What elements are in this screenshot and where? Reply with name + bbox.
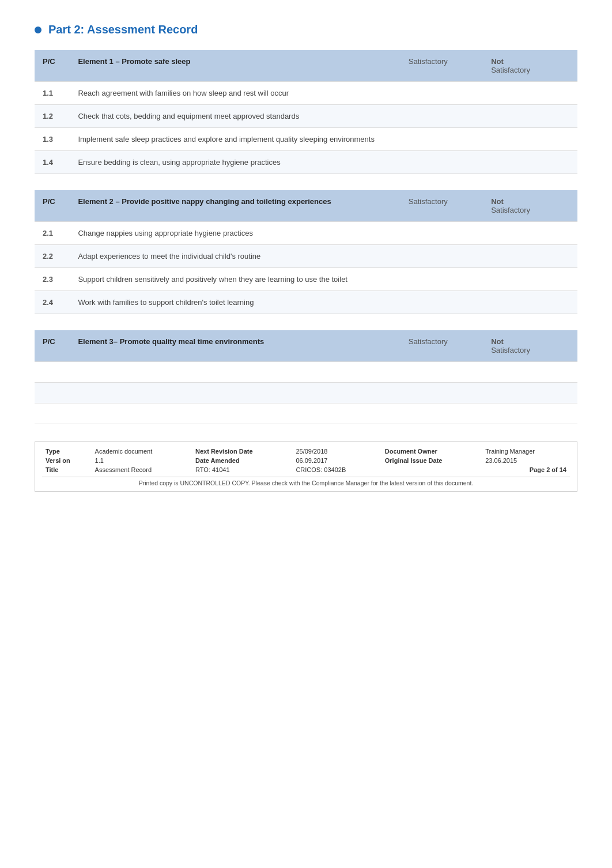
row-satisfactory: [401, 82, 483, 105]
row-pc: 2.1: [35, 222, 70, 245]
element1-header-not-satisfactory: Not Satisfactory: [483, 50, 577, 82]
row-satisfactory: [401, 222, 483, 245]
footer-rto: RTO: 41041: [192, 465, 292, 474]
row-satisfactory: [401, 128, 483, 151]
row-pc: 2.3: [35, 268, 70, 291]
footer-section: Type Academic document Next Revision Dat…: [35, 441, 577, 492]
row-not-satisfactory: [483, 82, 577, 105]
footer-cricos: CRICOS: 03402B: [292, 465, 381, 474]
row-satisfactory: [401, 151, 483, 174]
footer-row-2: Versi on 1.1 Date Amended 06.09.2017 Ori…: [42, 456, 570, 465]
row-desc: [70, 383, 400, 403]
row-desc: Support children sensitively and positiv…: [70, 268, 400, 291]
row-pc: [35, 383, 70, 403]
element1-header-satisfactory: Satisfactory: [401, 50, 483, 82]
row-not-satisfactory: [483, 128, 577, 151]
element2-header-pc: P/C: [35, 190, 70, 222]
table-row: 1.4 Ensure bedding is clean, using appro…: [35, 151, 577, 174]
row-satisfactory: [401, 105, 483, 128]
row-not-satisfactory: [483, 222, 577, 245]
row-satisfactory: [401, 383, 483, 403]
row-pc: 1.4: [35, 151, 70, 174]
element1-header-pc: P/C: [35, 50, 70, 82]
row-pc: 2.4: [35, 291, 70, 314]
footer-date-amended-value: 06.09.2017: [292, 456, 381, 465]
element2-header-desc: Element 2 – Provide positive nappy chang…: [70, 190, 400, 222]
element1-header-row: P/C Element 1 – Promote safe sleep Satis…: [35, 50, 577, 82]
footer-version-label: Versi on: [42, 456, 92, 465]
part-heading: Part 2: Assessment Record: [35, 23, 577, 36]
row-not-satisfactory: [483, 291, 577, 314]
row-desc: Reach agreement with families on how sle…: [70, 82, 400, 105]
element3-header-not-satisfactory: Not Satisfactory: [483, 330, 577, 362]
row-desc: Adapt experiences to meet the individual…: [70, 245, 400, 268]
footer-type-value: Academic document: [92, 447, 192, 456]
page-container: Part 2: Assessment Record P/C Element 1 …: [0, 0, 612, 503]
footer-page: Page 2 of 14: [381, 465, 570, 474]
element3-header-pc: P/C: [35, 330, 70, 362]
table-row: 2.2 Adapt experiences to meet the indivi…: [35, 245, 577, 268]
element2-header-row: P/C Element 2 – Provide positive nappy c…: [35, 190, 577, 222]
table-row: 2.3 Support children sensitively and pos…: [35, 268, 577, 291]
row-not-satisfactory: [483, 362, 577, 383]
row-desc: Change nappies using appropriate hygiene…: [70, 222, 400, 245]
row-not-satisfactory: [483, 245, 577, 268]
row-satisfactory: [401, 362, 483, 383]
row-desc: Work with families to support children's…: [70, 291, 400, 314]
table-row: 1.3 Implement safe sleep practices and e…: [35, 128, 577, 151]
row-not-satisfactory: [483, 383, 577, 403]
table-row: [35, 383, 577, 403]
footer-row-1: Type Academic document Next Revision Dat…: [42, 447, 570, 456]
footer-date-amended-label: Date Amended: [192, 456, 292, 465]
row-satisfactory: [401, 245, 483, 268]
table-row: [35, 362, 577, 383]
element3-header-satisfactory: Satisfactory: [401, 330, 483, 362]
row-pc: 1.2: [35, 105, 70, 128]
footer-doc-owner-label: Document Owner: [381, 447, 482, 456]
table-row: [35, 403, 577, 424]
element2-table: P/C Element 2 – Provide positive nappy c…: [35, 190, 577, 314]
row-satisfactory: [401, 291, 483, 314]
element3-header-desc: Element 3– Promote quality meal time env…: [70, 330, 400, 362]
footer-next-revision-label: Next Revision Date: [192, 447, 292, 456]
row-satisfactory: [401, 268, 483, 291]
part-title: Part 2: Assessment Record: [48, 23, 198, 36]
footer-next-revision-value: 25/09/2018: [292, 447, 381, 456]
footer-note: Printed copy is UNCONTROLLED COPY. Pleas…: [42, 480, 570, 486]
footer-type-label: Type: [42, 447, 92, 456]
row-not-satisfactory: [483, 268, 577, 291]
footer-title-value: Assessment Record: [92, 465, 192, 474]
footer-doc-owner-value: Training Manager: [482, 447, 570, 456]
footer-divider: [42, 477, 570, 477]
row-desc: [70, 362, 400, 383]
footer-original-issue-label: Original Issue Date: [381, 456, 482, 465]
table-row: 1.1 Reach agreement with families on how…: [35, 82, 577, 105]
row-not-satisfactory: [483, 151, 577, 174]
footer-title-label: Title: [42, 465, 92, 474]
row-not-satisfactory: [483, 105, 577, 128]
bullet-icon: [35, 27, 41, 33]
footer-table: Type Academic document Next Revision Dat…: [42, 447, 570, 474]
row-desc: Implement safe sleep practices and explo…: [70, 128, 400, 151]
footer-original-issue-value: 23.06.2015: [482, 456, 570, 465]
row-pc: [35, 403, 70, 424]
footer-row-3: Title Assessment Record RTO: 41041 CRICO…: [42, 465, 570, 474]
element2-header-not-satisfactory: Not Satisfactory: [483, 190, 577, 222]
row-desc: Ensure bedding is clean, using appropria…: [70, 151, 400, 174]
row-pc: 2.2: [35, 245, 70, 268]
row-pc: [35, 362, 70, 383]
footer-version-value: 1.1: [92, 456, 192, 465]
element1-header-desc: Element 1 – Promote safe sleep: [70, 50, 400, 82]
table-row: 2.4 Work with families to support childr…: [35, 291, 577, 314]
row-desc: [70, 403, 400, 424]
row-not-satisfactory: [483, 403, 577, 424]
row-pc: 1.1: [35, 82, 70, 105]
element3-header-row: P/C Element 3– Promote quality meal time…: [35, 330, 577, 362]
element1-table: P/C Element 1 – Promote safe sleep Satis…: [35, 50, 577, 174]
row-satisfactory: [401, 403, 483, 424]
table-row: 2.1 Change nappies using appropriate hyg…: [35, 222, 577, 245]
element2-header-satisfactory: Satisfactory: [401, 190, 483, 222]
row-desc: Check that cots, bedding and equipment m…: [70, 105, 400, 128]
table-row: 1.2 Check that cots, bedding and equipme…: [35, 105, 577, 128]
element3-table: P/C Element 3– Promote quality meal time…: [35, 330, 577, 424]
